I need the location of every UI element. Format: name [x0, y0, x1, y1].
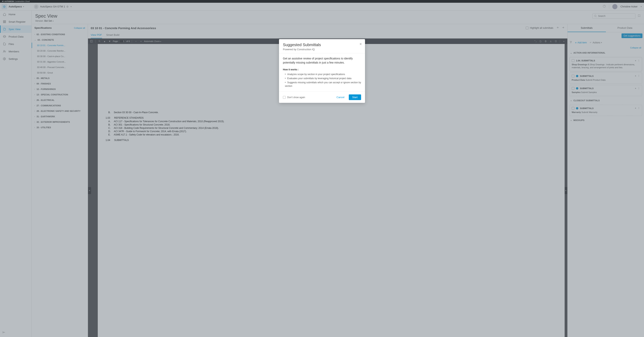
dont-show-again-checkbox[interactable]: Don't show again: [283, 96, 305, 99]
modal-title: Suggested Submittals: [283, 42, 361, 47]
cancel-button[interactable]: Cancel: [334, 94, 347, 100]
close-icon[interactable]: ✕: [359, 42, 362, 46]
modal-lead: Get an assistive review of project speci…: [283, 56, 361, 65]
dont-show-label: Don't show again: [287, 96, 305, 99]
modal-overlay: Suggested Submittals Powered by Construc…: [0, 0, 644, 337]
suggested-submittals-modal: Suggested Submittals Powered by Construc…: [279, 39, 365, 103]
modal-bullets: Analyzes scope by section in your projec…: [283, 72, 361, 88]
how-it-works-label: How it works :: [283, 68, 361, 71]
modal-subtitle: Powered by Construction IQ: [283, 48, 361, 51]
start-button[interactable]: Start: [349, 94, 361, 100]
checkbox-icon[interactable]: [283, 96, 286, 99]
